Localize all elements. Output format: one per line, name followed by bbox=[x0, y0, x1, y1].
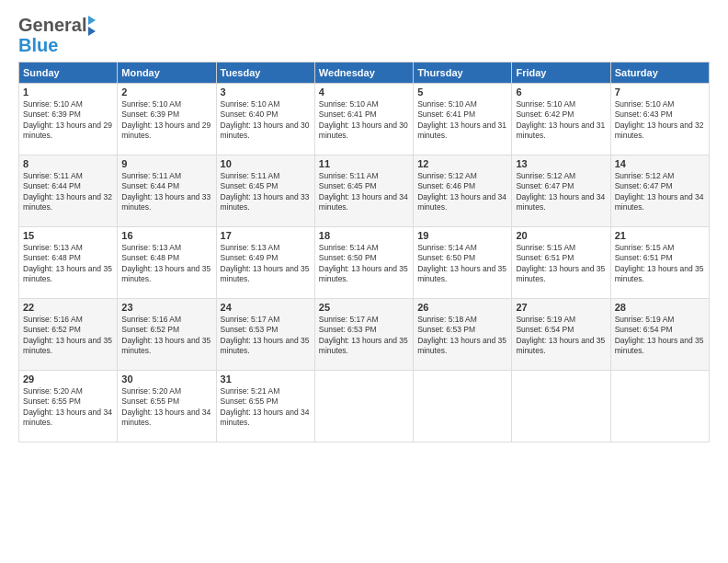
cell-info: Sunrise: 5:14 AMSunset: 6:50 PMDaylight:… bbox=[319, 243, 409, 285]
cell-info: Sunrise: 5:20 AMSunset: 6:55 PMDaylight:… bbox=[23, 386, 113, 429]
cell-info: Sunrise: 5:15 AMSunset: 6:51 PMDaylight:… bbox=[615, 243, 705, 285]
calendar-cell: 8Sunrise: 5:11 AMSunset: 6:44 PMDaylight… bbox=[19, 155, 118, 227]
calendar-table: SundayMondayTuesdayWednesdayThursdayFrid… bbox=[18, 62, 710, 442]
cell-info: Sunrise: 5:12 AMSunset: 6:46 PMDaylight:… bbox=[417, 171, 507, 213]
day-number: 27 bbox=[516, 302, 606, 313]
day-number: 29 bbox=[23, 373, 113, 385]
day-number: 26 bbox=[417, 302, 507, 313]
day-number: 7 bbox=[615, 86, 705, 98]
calendar-cell: 31Sunrise: 5:21 AMSunset: 6:55 PMDayligh… bbox=[216, 371, 314, 442]
calendar-cell: 5Sunrise: 5:10 AMSunset: 6:41 PMDaylight… bbox=[414, 84, 512, 155]
day-number: 31 bbox=[221, 373, 311, 385]
calendar-cell: 4Sunrise: 5:10 AMSunset: 6:41 PMDaylight… bbox=[314, 84, 413, 155]
calendar-cell: 7Sunrise: 5:10 AMSunset: 6:43 PMDaylight… bbox=[610, 84, 709, 155]
calendar-cell: 19Sunrise: 5:14 AMSunset: 6:50 PMDayligh… bbox=[414, 227, 512, 299]
calendar-cell: 21Sunrise: 5:15 AMSunset: 6:51 PMDayligh… bbox=[610, 227, 709, 299]
cell-info: Sunrise: 5:11 AMSunset: 6:44 PMDaylight:… bbox=[121, 171, 211, 213]
day-header-thursday: Thursday bbox=[414, 63, 512, 84]
day-number: 25 bbox=[319, 302, 409, 313]
calendar-week-1: 1Sunrise: 5:10 AMSunset: 6:39 PMDaylight… bbox=[19, 84, 710, 155]
cell-info: Sunrise: 5:13 AMSunset: 6:49 PMDaylight:… bbox=[221, 243, 311, 285]
cell-info: Sunrise: 5:18 AMSunset: 6:53 PMDaylight:… bbox=[417, 315, 507, 357]
day-number: 19 bbox=[417, 230, 507, 241]
calendar-cell bbox=[414, 371, 512, 442]
cell-info: Sunrise: 5:16 AMSunset: 6:52 PMDaylight:… bbox=[121, 315, 211, 357]
cell-info: Sunrise: 5:19 AMSunset: 6:54 PMDaylight:… bbox=[516, 315, 606, 357]
day-number: 20 bbox=[516, 230, 606, 241]
cell-info: Sunrise: 5:14 AMSunset: 6:50 PMDaylight:… bbox=[417, 243, 507, 285]
calendar-week-5: 29Sunrise: 5:20 AMSunset: 6:55 PMDayligh… bbox=[19, 371, 710, 442]
cell-info: Sunrise: 5:17 AMSunset: 6:53 PMDaylight:… bbox=[221, 315, 311, 357]
calendar-cell: 2Sunrise: 5:10 AMSunset: 6:39 PMDaylight… bbox=[118, 84, 216, 155]
cell-info: Sunrise: 5:10 AMSunset: 6:43 PMDaylight:… bbox=[615, 99, 705, 142]
day-number: 5 bbox=[417, 86, 507, 98]
calendar-cell: 22Sunrise: 5:16 AMSunset: 6:52 PMDayligh… bbox=[19, 299, 118, 371]
calendar-cell: 1Sunrise: 5:10 AMSunset: 6:39 PMDaylight… bbox=[19, 84, 118, 155]
calendar-cell: 23Sunrise: 5:16 AMSunset: 6:52 PMDayligh… bbox=[118, 299, 216, 371]
day-number: 2 bbox=[121, 86, 211, 98]
cell-info: Sunrise: 5:10 AMSunset: 6:41 PMDaylight:… bbox=[319, 99, 409, 142]
calendar-cell: 15Sunrise: 5:13 AMSunset: 6:48 PMDayligh… bbox=[19, 227, 118, 299]
day-number: 10 bbox=[221, 158, 311, 169]
calendar-cell: 13Sunrise: 5:12 AMSunset: 6:47 PMDayligh… bbox=[512, 155, 610, 227]
cell-info: Sunrise: 5:21 AMSunset: 6:55 PMDaylight:… bbox=[221, 386, 311, 429]
calendar-cell: 9Sunrise: 5:11 AMSunset: 6:44 PMDaylight… bbox=[118, 155, 216, 227]
day-header-tuesday: Tuesday bbox=[216, 63, 314, 84]
calendar-cell: 12Sunrise: 5:12 AMSunset: 6:46 PMDayligh… bbox=[414, 155, 512, 227]
cell-info: Sunrise: 5:11 AMSunset: 6:45 PMDaylight:… bbox=[319, 171, 409, 213]
day-number: 13 bbox=[516, 158, 606, 169]
calendar-cell: 25Sunrise: 5:17 AMSunset: 6:53 PMDayligh… bbox=[314, 299, 413, 371]
day-header-saturday: Saturday bbox=[610, 63, 709, 84]
calendar-cell: 18Sunrise: 5:14 AMSunset: 6:50 PMDayligh… bbox=[314, 227, 413, 299]
cell-info: Sunrise: 5:20 AMSunset: 6:55 PMDaylight:… bbox=[121, 386, 211, 429]
cell-info: Sunrise: 5:12 AMSunset: 6:47 PMDaylight:… bbox=[516, 171, 606, 213]
day-number: 12 bbox=[417, 158, 507, 169]
cell-info: Sunrise: 5:10 AMSunset: 6:40 PMDaylight:… bbox=[221, 99, 311, 142]
calendar-cell: 3Sunrise: 5:10 AMSunset: 6:40 PMDaylight… bbox=[216, 84, 314, 155]
calendar-cell: 20Sunrise: 5:15 AMSunset: 6:51 PMDayligh… bbox=[512, 227, 610, 299]
day-number: 8 bbox=[23, 158, 113, 169]
day-number: 3 bbox=[221, 86, 311, 98]
day-number: 16 bbox=[121, 230, 211, 241]
calendar-cell: 11Sunrise: 5:11 AMSunset: 6:45 PMDayligh… bbox=[314, 155, 413, 227]
calendar-cell: 14Sunrise: 5:12 AMSunset: 6:47 PMDayligh… bbox=[610, 155, 709, 227]
calendar-cell: 29Sunrise: 5:20 AMSunset: 6:55 PMDayligh… bbox=[19, 371, 118, 442]
cell-info: Sunrise: 5:19 AMSunset: 6:54 PMDaylight:… bbox=[615, 315, 705, 357]
calendar-cell: 10Sunrise: 5:11 AMSunset: 6:45 PMDayligh… bbox=[216, 155, 314, 227]
day-number: 14 bbox=[615, 158, 705, 169]
calendar-cell bbox=[314, 371, 413, 442]
cell-info: Sunrise: 5:10 AMSunset: 6:41 PMDaylight:… bbox=[417, 99, 507, 142]
day-number: 9 bbox=[121, 158, 211, 169]
day-number: 22 bbox=[23, 302, 113, 313]
day-number: 28 bbox=[615, 302, 705, 313]
cell-info: Sunrise: 5:10 AMSunset: 6:42 PMDaylight:… bbox=[516, 99, 606, 142]
cell-info: Sunrise: 5:10 AMSunset: 6:39 PMDaylight:… bbox=[121, 99, 211, 142]
day-number: 15 bbox=[23, 230, 113, 241]
cell-info: Sunrise: 5:12 AMSunset: 6:47 PMDaylight:… bbox=[615, 171, 705, 213]
cell-info: Sunrise: 5:11 AMSunset: 6:44 PMDaylight:… bbox=[23, 171, 113, 213]
calendar-cell: 24Sunrise: 5:17 AMSunset: 6:53 PMDayligh… bbox=[216, 299, 314, 371]
day-number: 1 bbox=[23, 86, 113, 98]
day-header-wednesday: Wednesday bbox=[314, 63, 413, 84]
calendar-cell: 30Sunrise: 5:20 AMSunset: 6:55 PMDayligh… bbox=[118, 371, 216, 442]
cell-info: Sunrise: 5:10 AMSunset: 6:39 PMDaylight:… bbox=[23, 99, 113, 142]
calendar-week-4: 22Sunrise: 5:16 AMSunset: 6:52 PMDayligh… bbox=[19, 299, 710, 371]
cell-info: Sunrise: 5:16 AMSunset: 6:52 PMDaylight:… bbox=[23, 315, 113, 357]
day-number: 17 bbox=[221, 230, 311, 241]
cell-info: Sunrise: 5:15 AMSunset: 6:51 PMDaylight:… bbox=[516, 243, 606, 285]
calendar-week-3: 15Sunrise: 5:13 AMSunset: 6:48 PMDayligh… bbox=[19, 227, 710, 299]
cell-info: Sunrise: 5:13 AMSunset: 6:48 PMDaylight:… bbox=[121, 243, 211, 285]
calendar-cell: 16Sunrise: 5:13 AMSunset: 6:48 PMDayligh… bbox=[118, 227, 216, 299]
day-header-sunday: Sunday bbox=[19, 63, 118, 84]
day-number: 21 bbox=[615, 230, 705, 241]
day-number: 18 bbox=[319, 230, 409, 241]
calendar-cell: 17Sunrise: 5:13 AMSunset: 6:49 PMDayligh… bbox=[216, 227, 314, 299]
logo: General Blue bbox=[18, 15, 96, 54]
cell-info: Sunrise: 5:13 AMSunset: 6:48 PMDaylight:… bbox=[23, 243, 113, 285]
day-number: 4 bbox=[319, 86, 409, 98]
calendar-cell: 26Sunrise: 5:18 AMSunset: 6:53 PMDayligh… bbox=[414, 299, 512, 371]
day-number: 23 bbox=[121, 302, 211, 313]
calendar-cell: 28Sunrise: 5:19 AMSunset: 6:54 PMDayligh… bbox=[610, 299, 709, 371]
calendar-week-2: 8Sunrise: 5:11 AMSunset: 6:44 PMDaylight… bbox=[19, 155, 710, 227]
calendar-cell bbox=[512, 371, 610, 442]
